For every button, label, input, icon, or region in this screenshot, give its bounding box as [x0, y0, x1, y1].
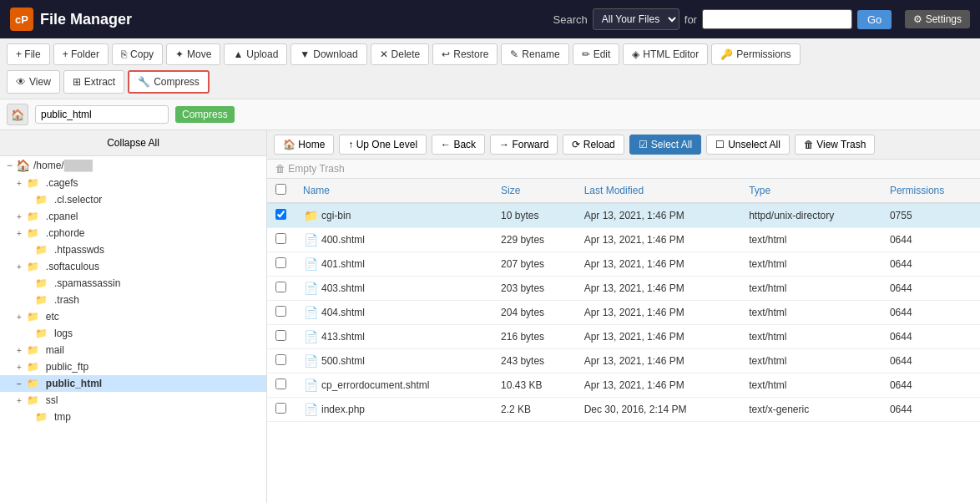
select-all-checkbox[interactable] — [275, 184, 286, 195]
row-checkbox[interactable] — [275, 257, 286, 268]
tree-item[interactable]: 📁tmp — [0, 409, 266, 425]
file-name-cell[interactable]: 📄index.php — [295, 398, 493, 422]
row-checkbox[interactable] — [275, 354, 286, 365]
settings-button[interactable]: ⚙ Settings — [905, 10, 970, 28]
tree-item[interactable]: +📁.cpanel — [0, 208, 266, 225]
table-row[interactable]: 📄401.shtml207 bytesApr 13, 2021, 1:46 PM… — [267, 252, 980, 277]
table-row[interactable]: 📄500.shtml243 bytesApr 13, 2021, 1:46 PM… — [267, 349, 980, 373]
up-level-button[interactable]: ↑ Up One Level — [339, 135, 427, 155]
file-modified: Apr 13, 2021, 1:46 PM — [576, 228, 740, 252]
tree-item[interactable]: 📁.cl.selector — [0, 191, 266, 208]
view-trash-button[interactable]: 🗑 View Trash — [795, 135, 875, 155]
tree-item[interactable]: 📁logs — [0, 325, 266, 342]
tree-item[interactable]: +📁.cphorde — [0, 225, 266, 241]
col-size[interactable]: Size — [493, 179, 576, 203]
expand-icon: + — [17, 312, 22, 322]
back-button[interactable]: ← Back — [432, 135, 485, 155]
new-file-button[interactable]: + File — [7, 43, 50, 65]
go-button[interactable]: Go — [857, 10, 892, 29]
col-name[interactable]: Name — [295, 179, 493, 203]
select-all-button[interactable]: ☑ Select All — [629, 135, 701, 155]
tree-item[interactable]: 📁.spamassassin — [0, 275, 266, 292]
file-name-cell[interactable]: 📁cgi-bin — [295, 203, 493, 228]
file-type: httpd/unix-directory — [740, 203, 881, 228]
empty-trash-row: 🗑 Empty Trash — [267, 160, 980, 179]
table-row[interactable]: 📁cgi-bin10 bytesApr 13, 2021, 1:46 PMhtt… — [267, 203, 980, 228]
html-editor-button[interactable]: ◈ HTML Editor — [623, 43, 708, 65]
row-checkbox[interactable] — [275, 233, 286, 244]
row-checkbox[interactable] — [275, 306, 286, 317]
tree-item[interactable]: +📁.cagefs — [0, 175, 266, 191]
file-name-cell[interactable]: 📄404.shtml — [295, 301, 493, 325]
tree-item-label: .spamassassin — [54, 277, 120, 289]
new-folder-button[interactable]: + Folder — [53, 43, 109, 65]
reload-button[interactable]: ⟳ Reload — [563, 135, 624, 155]
search-scope-select[interactable]: All Your Files — [593, 8, 679, 30]
empty-trash-label: 🗑 Empty Trash — [275, 163, 345, 175]
tree-item-label: tmp — [54, 411, 71, 423]
rename-button[interactable]: ✎ Rename — [501, 43, 568, 65]
tree-item[interactable]: 📁.trash — [0, 292, 266, 308]
col-type[interactable]: Type — [740, 179, 881, 203]
file-name-cell[interactable]: 📄500.shtml — [295, 349, 493, 373]
extract-button[interactable]: ⊞ Extract — [63, 70, 124, 94]
file-type: text/html — [740, 349, 881, 373]
table-row[interactable]: 📄413.shtml216 bytesApr 13, 2021, 1:46 PM… — [267, 325, 980, 349]
search-input[interactable] — [702, 9, 852, 29]
compress-button[interactable]: 🔧 Compress — [128, 70, 210, 94]
col-modified[interactable]: Last Modified — [576, 179, 740, 203]
upload-button[interactable]: ▲ Upload — [224, 43, 287, 65]
collapse-all-button[interactable]: Collapse All — [0, 130, 266, 156]
file-modified: Apr 13, 2021, 1:46 PM — [576, 301, 740, 325]
copy-button[interactable]: ⎘ Copy — [112, 43, 163, 65]
delete-button[interactable]: ✕ Delete — [371, 43, 430, 65]
col-perms[interactable]: Permissions — [881, 179, 980, 203]
tree-item[interactable]: +📁mail — [0, 342, 266, 358]
col-checkbox[interactable] — [267, 179, 295, 203]
home-nav-button[interactable]: 🏠 Home — [274, 135, 334, 155]
table-row[interactable]: 📄cp_errordocument.shtml10.43 KBApr 13, 2… — [267, 373, 980, 398]
tree-item[interactable]: −📁public_html — [0, 375, 266, 392]
for-label: for — [684, 13, 697, 26]
path-home-button[interactable]: 🏠 — [7, 104, 28, 125]
extract-icon: ⊞ — [73, 76, 81, 88]
tree-root[interactable]: − 🏠 /home/████ — [0, 156, 266, 175]
file-permissions: 0644 — [881, 277, 980, 301]
tree-item[interactable]: +📁public_ftp — [0, 358, 266, 375]
app-title: File Manager — [40, 11, 132, 28]
row-checkbox[interactable] — [275, 403, 286, 414]
tree-item[interactable]: +📁ssl — [0, 392, 266, 409]
file-name-cell[interactable]: 📄400.shtml — [295, 228, 493, 252]
row-checkbox[interactable] — [275, 330, 286, 341]
file-name-cell[interactable]: 📄cp_errordocument.shtml — [295, 373, 493, 398]
move-button[interactable]: ✦ Move — [166, 43, 220, 65]
tree-item[interactable]: +📁etc — [0, 308, 266, 325]
expand-icon: + — [17, 212, 22, 221]
file-name-cell[interactable]: 📄413.shtml — [295, 325, 493, 349]
file-name: 403.shtml — [321, 282, 365, 294]
table-row[interactable]: 📄403.shtml203 bytesApr 13, 2021, 1:46 PM… — [267, 277, 980, 301]
file-name-cell[interactable]: 📄401.shtml — [295, 252, 493, 277]
row-checkbox[interactable] — [275, 379, 286, 389]
download-button[interactable]: ▼ Download — [290, 43, 366, 65]
file-name-cell[interactable]: 📄403.shtml — [295, 277, 493, 301]
file-icon: 📄 — [303, 305, 318, 320]
forward-button[interactable]: → Forward — [490, 135, 558, 155]
tree-item[interactable]: 📁.htpasswds — [0, 241, 266, 258]
file-name: index.php — [321, 404, 365, 415]
table-row[interactable]: 📄400.shtml229 bytesApr 13, 2021, 1:46 PM… — [267, 228, 980, 252]
table-row[interactable]: 📄index.php2.2 KBDec 30, 2016, 2:14 PMtex… — [267, 398, 980, 422]
path-input[interactable] — [35, 105, 169, 124]
view-button[interactable]: 👁 View — [7, 70, 60, 94]
tree-item[interactable]: +📁.softaculous — [0, 258, 266, 275]
unselect-all-button[interactable]: ☐ Unselect All — [706, 135, 790, 155]
row-checkbox[interactable] — [275, 282, 286, 292]
row-checkbox[interactable] — [275, 209, 286, 220]
folder-icon: 📁 — [35, 294, 48, 306]
compress-path-button[interactable]: Compress — [175, 106, 235, 123]
restore-button[interactable]: ↩ Restore — [432, 43, 498, 65]
permissions-button[interactable]: 🔑 Permissions — [711, 43, 800, 65]
table-row[interactable]: 📄404.shtml204 bytesApr 13, 2021, 1:46 PM… — [267, 301, 980, 325]
expand-icon: + — [17, 179, 22, 188]
edit-button[interactable]: ✏ Edit — [573, 43, 620, 65]
